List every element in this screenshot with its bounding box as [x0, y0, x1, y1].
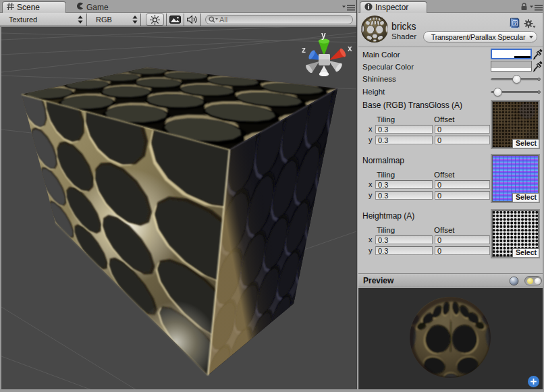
- svg-text:?: ?: [514, 20, 517, 26]
- svg-text:y: y: [321, 30, 326, 40]
- svg-text:x: x: [348, 44, 352, 53]
- svg-text:z: z: [302, 45, 306, 55]
